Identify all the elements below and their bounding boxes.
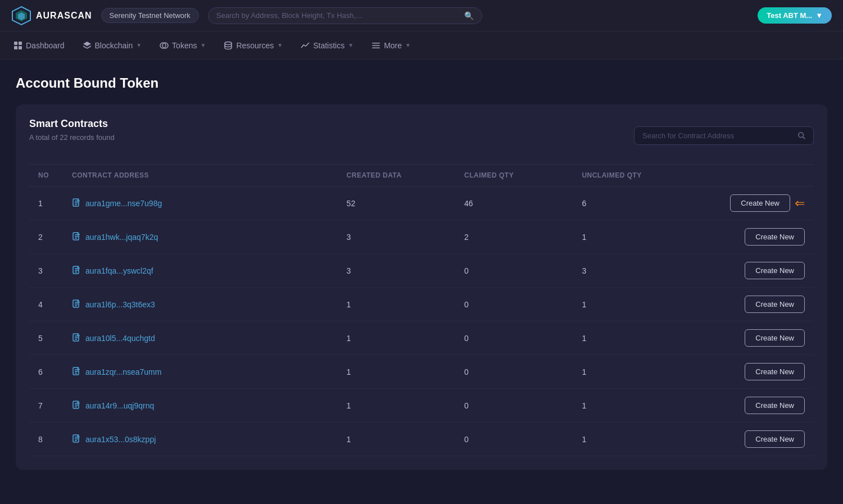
document-icon [72, 401, 81, 411]
contract-address-link[interactable]: aura1zqr...nsea7umm [72, 367, 329, 377]
nav-more-label: More [384, 41, 402, 50]
cell-created-data: 52 [338, 187, 455, 220]
global-search-input[interactable] [216, 11, 461, 20]
card-subtitle: A total of 22 records found [29, 133, 115, 142]
address-text: aura1x53...0s8kzppj [85, 435, 156, 444]
nav-item-statistics[interactable]: Statistics ▼ [301, 39, 353, 52]
address-text: aura1fqa...yswcl2qf [85, 266, 153, 275]
cell-row-no: 2 [29, 220, 63, 254]
cell-action: Create New [691, 254, 814, 288]
document-icon [72, 434, 81, 444]
cell-unclaimed-qty: 1 [573, 355, 690, 389]
cell-created-data: 1 [338, 389, 455, 423]
create-new-button[interactable]: Create New [745, 363, 805, 380]
cell-claimed-qty: 0 [455, 355, 573, 389]
cell-action: Create New [691, 288, 814, 321]
document-icon [72, 299, 81, 310]
card-title: Smart Contracts [29, 118, 115, 130]
cell-action: Create New [691, 220, 814, 254]
contract-address-link[interactable]: aura1fqa...yswcl2qf [72, 266, 329, 276]
cell-contract-address: aura1zqr...nsea7umm [63, 355, 338, 389]
th-created-data: CREATED DATA [338, 165, 455, 187]
table-row: 6aura1zqr...nsea7umm101Create New [29, 355, 814, 389]
cell-created-data: 3 [338, 220, 455, 254]
cell-claimed-qty: 0 [455, 288, 573, 321]
table-row: 5aura10l5...4quchgtd101Create New [29, 321, 814, 355]
cell-row-no: 8 [29, 423, 63, 456]
nav-item-resources[interactable]: Resources ▼ [224, 39, 283, 52]
svg-rect-4 [19, 42, 22, 45]
create-new-button[interactable]: Create New [745, 262, 805, 279]
create-new-button[interactable]: Create New [745, 430, 805, 448]
chevron-down-icon: ▼ [815, 11, 823, 20]
statistics-chevron-icon: ▼ [348, 42, 353, 48]
network-badge[interactable]: Serenity Testnet Network [101, 8, 199, 23]
document-icon [72, 333, 81, 343]
cell-action: Create New⇐ [691, 187, 814, 220]
nav-item-blockchain[interactable]: Blockchain ▼ [83, 39, 142, 52]
address-text: aura10l5...4quchgtd [85, 334, 155, 343]
nav-bar: Dashboard Blockchain ▼ Tokens ▼ Resource… [0, 31, 843, 60]
cell-unclaimed-qty: 1 [573, 220, 690, 254]
cell-claimed-qty: 0 [455, 321, 573, 355]
account-button[interactable]: Test ABT M... ▼ [758, 7, 832, 24]
contract-address-link[interactable]: aura1gme...nse7u98g [72, 198, 329, 208]
global-search-bar[interactable]: 🔍 [208, 7, 482, 24]
tokens-chevron-icon: ▼ [200, 42, 206, 48]
nav-item-dashboard[interactable]: Dashboard [13, 39, 65, 52]
contract-search-input[interactable] [642, 131, 797, 140]
account-button-label: Test ABT M... [767, 11, 812, 20]
create-new-button[interactable]: Create New [745, 329, 805, 347]
create-new-button[interactable]: Create New [745, 296, 805, 313]
table-header: NO CONTRACT ADDRESS CREATED DATA CLAIMED… [29, 165, 814, 187]
nav-item-more[interactable]: More ▼ [371, 39, 411, 52]
svg-rect-5 [14, 46, 17, 49]
top-header: AURASCAN Serenity Testnet Network 🔍 Test… [0, 0, 843, 31]
cell-row-no: 7 [29, 389, 63, 423]
cell-contract-address: aura1gme...nse7u98g [63, 187, 338, 220]
create-new-button[interactable]: Create New [730, 194, 790, 212]
page-title: Account Bound Token [16, 75, 827, 91]
document-icon [72, 198, 81, 208]
table-row: 4aura1l6p...3q3t6ex3101Create New [29, 288, 814, 321]
contract-search-bar[interactable] [634, 126, 814, 145]
table-body: 1aura1gme...nse7u98g52466Create New⇐2aur… [29, 187, 814, 456]
nav-item-tokens[interactable]: Tokens ▼ [160, 39, 206, 52]
address-text: aura1zqr...nsea7umm [85, 367, 161, 376]
nav-resources-label: Resources [236, 41, 274, 50]
contract-address-link[interactable]: aura1hwk...jqaq7k2q [72, 232, 329, 242]
nav-blockchain-label: Blockchain [95, 41, 133, 50]
svg-rect-3 [14, 42, 17, 45]
svg-rect-10 [372, 43, 380, 44]
coins-icon [160, 41, 169, 50]
grid-icon [13, 41, 22, 50]
create-new-button[interactable]: Create New [745, 228, 805, 246]
chart-icon [301, 41, 310, 50]
create-new-button[interactable]: Create New [745, 397, 805, 414]
cell-claimed-qty: 0 [455, 389, 573, 423]
contract-address-link[interactable]: aura1l6p...3q3t6ex3 [72, 299, 329, 310]
cell-action: Create New [691, 321, 814, 355]
cell-unclaimed-qty: 6 [573, 187, 690, 220]
card-header-left: Smart Contracts A total of 22 records fo… [29, 118, 115, 153]
contract-address-link[interactable]: aura10l5...4quchgtd [72, 333, 329, 343]
contract-address-link[interactable]: aura14r9...uqj9qrnq [72, 401, 329, 411]
cell-created-data: 3 [338, 254, 455, 288]
table-row: 7aura14r9...uqj9qrnq101Create New [29, 389, 814, 423]
cell-unclaimed-qty: 1 [573, 288, 690, 321]
logo-icon [11, 6, 31, 26]
th-contract-address: CONTRACT ADDRESS [63, 165, 338, 187]
cell-row-no: 5 [29, 321, 63, 355]
cell-row-no: 4 [29, 288, 63, 321]
database-icon [224, 41, 233, 50]
smart-contracts-card: Smart Contracts A total of 22 records fo… [16, 105, 827, 470]
cell-created-data: 1 [338, 355, 455, 389]
address-text: aura1hwk...jqaq7k2q [85, 233, 158, 242]
svg-rect-12 [372, 47, 380, 48]
cell-created-data: 1 [338, 321, 455, 355]
document-icon [72, 367, 81, 377]
contract-address-link[interactable]: aura1x53...0s8kzppj [72, 434, 329, 444]
blockchain-chevron-icon: ▼ [136, 42, 142, 48]
cell-unclaimed-qty: 1 [573, 423, 690, 456]
cell-contract-address: aura1x53...0s8kzppj [63, 423, 338, 456]
